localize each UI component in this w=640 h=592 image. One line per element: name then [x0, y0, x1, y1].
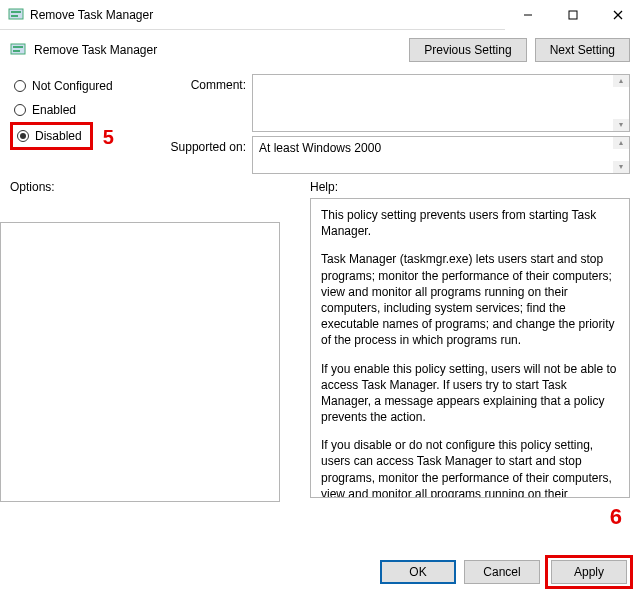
supported-on-label: Supported on: — [166, 136, 246, 154]
radio-label: Disabled — [35, 129, 82, 143]
svg-rect-2 — [11, 15, 18, 17]
help-paragraph: Task Manager (taskmgr.exe) lets users st… — [321, 251, 619, 348]
header-row: Remove Task Manager Previous Setting Nex… — [0, 30, 640, 66]
svg-rect-8 — [13, 46, 23, 48]
help-text: This policy setting prevents users from … — [310, 198, 630, 498]
radio-disabled[interactable]: Disabled — [15, 126, 88, 146]
svg-rect-4 — [569, 11, 577, 19]
radio-enabled[interactable]: Enabled — [10, 98, 160, 122]
dialog-footer: OK Cancel Apply — [380, 560, 630, 584]
next-setting-button[interactable]: Next Setting — [535, 38, 630, 62]
options-box — [0, 222, 280, 502]
radio-icon — [14, 80, 26, 92]
radio-label: Enabled — [32, 103, 76, 117]
policy-icon — [10, 42, 26, 58]
radio-icon — [14, 104, 26, 116]
window-title: Remove Task Manager — [30, 8, 153, 22]
radio-icon — [17, 130, 29, 142]
options-label: Options: — [10, 180, 290, 194]
annotation-5: 5 — [103, 126, 114, 149]
previous-setting-button[interactable]: Previous Setting — [409, 38, 526, 62]
comment-label: Comment: — [166, 74, 246, 92]
help-paragraph: If you enable this policy setting, users… — [321, 361, 619, 426]
minimize-button[interactable] — [505, 0, 550, 30]
policy-icon — [8, 7, 24, 23]
apply-button[interactable]: Apply — [551, 560, 627, 584]
radio-label: Not Configured — [32, 79, 113, 93]
svg-rect-1 — [11, 11, 21, 13]
close-button[interactable] — [595, 0, 640, 30]
radio-not-configured[interactable]: Not Configured — [10, 74, 160, 98]
cancel-button[interactable]: Cancel — [464, 560, 540, 584]
annotation-6: 6 — [610, 504, 622, 530]
help-paragraph: This policy setting prevents users from … — [321, 207, 619, 239]
maximize-button[interactable] — [550, 0, 595, 30]
title-bar: Remove Task Manager — [0, 0, 640, 30]
svg-rect-7 — [11, 44, 25, 54]
help-label: Help: — [310, 180, 630, 194]
svg-rect-0 — [9, 9, 23, 19]
supported-on-field — [252, 136, 630, 174]
comment-field[interactable] — [252, 74, 630, 132]
ok-button[interactable]: OK — [380, 560, 456, 584]
svg-rect-9 — [13, 50, 20, 52]
policy-name: Remove Task Manager — [34, 43, 157, 57]
help-paragraph: If you disable or do not configure this … — [321, 437, 619, 498]
